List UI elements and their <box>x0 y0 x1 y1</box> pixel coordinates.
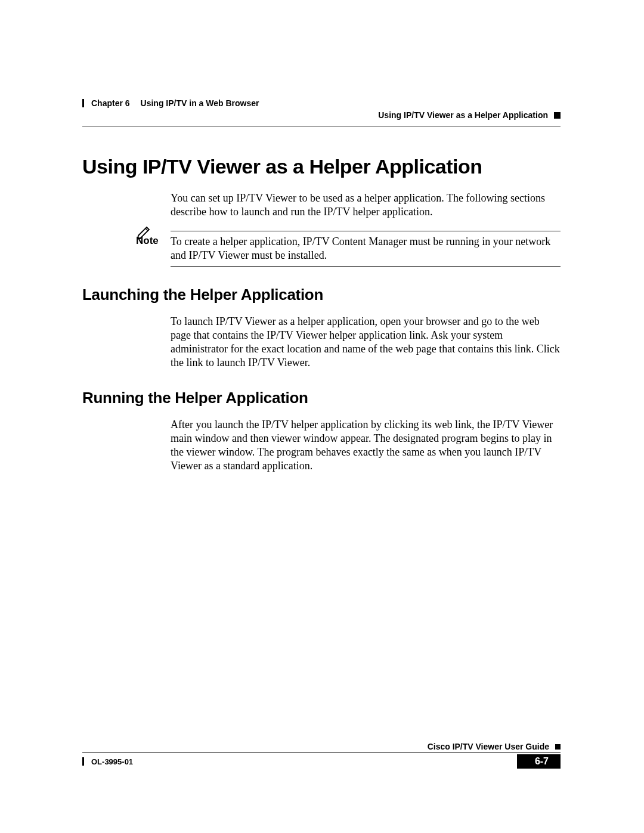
footer-rule <box>82 753 561 753</box>
footer-left: OL-3995-01 <box>82 757 133 766</box>
page-content: Chapter 6 Using IP/TV in a Web Browser U… <box>82 98 561 753</box>
footer-guide-title: Cisco IP/TV Viewer User Guide <box>428 742 549 751</box>
note-block: Note To create a helper application, IP/… <box>136 231 561 267</box>
heading-launching: Launching the Helper Application <box>82 286 561 304</box>
chapter-title: Using IP/TV in a Web Browser <box>141 98 259 108</box>
heading-running: Running the Helper Application <box>82 389 561 407</box>
footer-top-row: Cisco IP/TV Viewer User Guide <box>82 742 561 751</box>
paragraph-launching: To launch IP/TV Viewer as a helper appli… <box>171 315 561 370</box>
chapter-number: Chapter 6 <box>91 98 130 108</box>
intro-paragraph: You can set up IP/TV Viewer to be used a… <box>171 191 561 219</box>
footer-square-icon <box>555 744 561 750</box>
header-tick-mark <box>82 99 84 107</box>
pencil-icon <box>136 226 153 241</box>
header-section-line: Using IP/TV Viewer as a Helper Applicati… <box>82 110 561 120</box>
paragraph-running: After you launch the IP/TV helper applic… <box>171 418 561 473</box>
header-rule <box>82 126 561 126</box>
note-row: Note To create a helper application, IP/… <box>136 235 561 262</box>
note-text: To create a helper application, IP/TV Co… <box>171 235 561 262</box>
heading-1: Using IP/TV Viewer as a Helper Applicati… <box>82 155 561 178</box>
section-title: Using IP/TV Viewer as a Helper Applicati… <box>378 110 548 120</box>
note-rule-top <box>171 231 561 231</box>
page-footer: Cisco IP/TV Viewer User Guide OL-3995-01… <box>82 742 561 769</box>
footer-bottom-row: OL-3995-01 6-7 <box>82 754 561 769</box>
footer-doc-id: OL-3995-01 <box>91 757 133 766</box>
footer-tick-mark <box>82 757 84 766</box>
note-rule-bottom <box>171 266 561 267</box>
header-square-icon <box>554 112 561 119</box>
page-number: 6-7 <box>517 754 561 769</box>
header-chapter-line: Chapter 6 Using IP/TV in a Web Browser <box>82 98 561 108</box>
